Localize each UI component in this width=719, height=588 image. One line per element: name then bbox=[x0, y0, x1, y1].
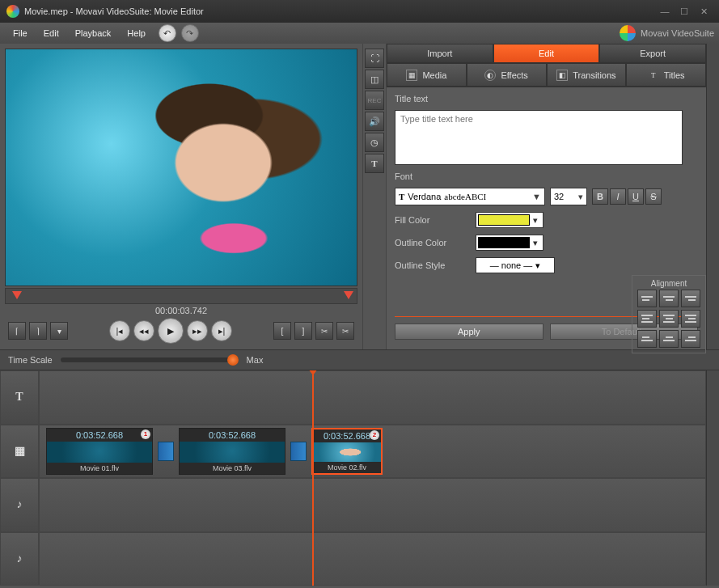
track-header-audio1[interactable]: ♪ bbox=[0, 478, 39, 532]
title-text-label: Title text bbox=[395, 94, 698, 104]
chevron-down-icon: ▾ bbox=[578, 192, 583, 202]
transition-2[interactable] bbox=[290, 442, 307, 461]
goto-start-button[interactable]: |◂ bbox=[109, 320, 130, 341]
clip-2[interactable]: 0:03:52.668 Movie 03.flv bbox=[179, 428, 285, 475]
menu-edit[interactable]: Edit bbox=[36, 25, 67, 41]
chevron-down-icon: ▾ bbox=[530, 215, 541, 226]
maximize-button[interactable]: ☐ bbox=[675, 5, 693, 18]
fill-color-label: Fill Color bbox=[395, 215, 467, 225]
split-left-button[interactable]: [ bbox=[273, 322, 291, 340]
record-tool[interactable]: REC bbox=[365, 91, 384, 110]
font-label: Font bbox=[395, 171, 698, 181]
align-mid-center[interactable] bbox=[659, 310, 679, 328]
font-size-select[interactable]: 32 ▾ bbox=[550, 188, 587, 205]
cut-alt-button[interactable]: ✂ bbox=[336, 322, 354, 340]
chevron-down-icon: ▾ bbox=[530, 238, 541, 248]
clip-thumbnail bbox=[47, 442, 152, 463]
clip-thumbnail bbox=[180, 442, 285, 463]
subtab-titles[interactable]: TTitles bbox=[626, 63, 706, 87]
in-marker-icon[interactable] bbox=[12, 291, 22, 299]
preview-scrubber[interactable] bbox=[5, 288, 357, 304]
track-headers: T ▦ ♪ ♪ bbox=[0, 370, 39, 586]
bold-button[interactable]: B bbox=[592, 188, 608, 205]
title-text-input[interactable] bbox=[395, 110, 683, 165]
chevron-down-icon: ▾ bbox=[535, 260, 540, 271]
fullscreen-tool[interactable]: ⛶ bbox=[365, 49, 384, 68]
strike-button[interactable]: S bbox=[645, 188, 662, 205]
subtab-media[interactable]: ▦Media bbox=[387, 63, 467, 87]
track-header-video[interactable]: ▦ bbox=[0, 425, 39, 479]
forward-button[interactable]: ▸▸ bbox=[187, 320, 208, 341]
sub-tabs: ▦Media ◐Effects ◧Transitions TTitles bbox=[387, 63, 706, 87]
fill-color-swatch bbox=[478, 214, 530, 226]
panel-scrollbar[interactable] bbox=[706, 44, 719, 349]
audio-track-1[interactable] bbox=[39, 478, 706, 532]
mark-out-button[interactable]: ⌉ bbox=[29, 322, 47, 340]
timeline-scrollbar[interactable] bbox=[706, 370, 719, 586]
align-top-center[interactable] bbox=[659, 290, 679, 307]
subtab-effects[interactable]: ◐Effects bbox=[467, 63, 547, 87]
align-top-right[interactable] bbox=[681, 290, 700, 307]
align-mid-right[interactable] bbox=[681, 310, 700, 328]
chevron-down-icon: ▼ bbox=[532, 192, 541, 201]
tracks-area[interactable]: 0:03:52.6681 Movie 01.flv 0:03:52.668 Mo… bbox=[39, 370, 706, 586]
undo-button[interactable]: ↶ bbox=[159, 24, 176, 42]
track-header-titles[interactable]: T bbox=[0, 370, 39, 425]
video-track[interactable]: 0:03:52.6681 Movie 01.flv 0:03:52.668 Mo… bbox=[39, 425, 706, 479]
clip-thumbnail bbox=[313, 442, 381, 462]
tab-import[interactable]: Import bbox=[387, 44, 493, 63]
menu-playback[interactable]: Playback bbox=[67, 25, 120, 41]
outline-style-select[interactable]: — none — ▾ bbox=[476, 257, 555, 273]
split-right-button[interactable]: ] bbox=[294, 322, 312, 340]
audio-track-icon: ♪ bbox=[17, 552, 23, 565]
mark-in-button[interactable]: ⌈ bbox=[8, 322, 26, 340]
playhead[interactable] bbox=[312, 370, 314, 586]
volume-tool[interactable]: 🔊 bbox=[365, 112, 384, 131]
apply-button[interactable]: Apply bbox=[395, 324, 543, 340]
align-bot-right[interactable] bbox=[681, 330, 700, 348]
video-viewer[interactable] bbox=[5, 49, 357, 286]
crop-tool[interactable]: ◫ bbox=[365, 70, 384, 89]
track-header-audio2[interactable]: ♪ bbox=[0, 532, 39, 586]
fill-color-picker[interactable]: ▾ bbox=[476, 212, 543, 228]
slider-knob[interactable] bbox=[227, 354, 239, 366]
rewind-button[interactable]: ◂◂ bbox=[133, 320, 154, 341]
preview-panel: 00:00:03.742 ⌈ ⌉ ▾ |◂ ◂◂ ▶ ▸▸ ▸| [ ] ✂ ✂ bbox=[0, 44, 362, 349]
alignment-group: Alignment bbox=[632, 275, 706, 353]
align-bot-center[interactable] bbox=[659, 330, 679, 348]
play-button[interactable]: ▶ bbox=[158, 318, 184, 344]
clip-1[interactable]: 0:03:52.6681 Movie 01.flv bbox=[46, 428, 153, 475]
align-top-left[interactable] bbox=[637, 290, 657, 307]
transition-1[interactable] bbox=[158, 442, 174, 461]
italic-button[interactable]: I bbox=[610, 188, 626, 205]
outline-style-label: Outline Style bbox=[395, 260, 467, 270]
out-marker-icon[interactable] bbox=[344, 291, 353, 299]
audio-track-icon: ♪ bbox=[17, 498, 23, 511]
timescale-bar: Time Scale Max bbox=[0, 349, 719, 370]
font-family-select[interactable]: T Verdana abcdeABCI ▼ bbox=[395, 188, 545, 205]
close-button[interactable]: ✕ bbox=[695, 5, 713, 18]
goto-end-button[interactable]: ▸| bbox=[211, 320, 232, 341]
menu-file[interactable]: File bbox=[5, 25, 36, 41]
tab-export[interactable]: Export bbox=[599, 44, 706, 63]
timescale-slider[interactable] bbox=[61, 357, 239, 362]
redo-button[interactable]: ↷ bbox=[181, 24, 199, 42]
clip-3[interactable]: 0:03:52.6682 Movie 02.flv bbox=[311, 428, 383, 475]
minimize-button[interactable]: — bbox=[656, 5, 674, 18]
window-title: Movie.mep - Movavi VideoSuite: Movie Edi… bbox=[24, 6, 204, 16]
text-tool[interactable]: T bbox=[365, 154, 384, 173]
tab-edit[interactable]: Edit bbox=[493, 44, 600, 63]
align-bot-left[interactable] bbox=[637, 330, 657, 348]
align-mid-left[interactable] bbox=[637, 310, 657, 328]
menu-help[interactable]: Help bbox=[119, 25, 154, 41]
titles-track[interactable] bbox=[39, 370, 706, 425]
outline-color-picker[interactable]: ▾ bbox=[476, 235, 543, 251]
preview-frame-image bbox=[6, 49, 357, 286]
cut-button[interactable]: ✂ bbox=[315, 322, 333, 340]
audio-track-2[interactable] bbox=[39, 532, 706, 586]
subtab-transitions[interactable]: ◧Transitions bbox=[547, 63, 627, 87]
underline-button[interactable]: U bbox=[628, 188, 644, 205]
time-tool[interactable]: ◷ bbox=[365, 133, 384, 152]
timescale-label: Time Scale bbox=[8, 355, 53, 365]
clip-mode-button[interactable]: ▾ bbox=[50, 322, 68, 340]
